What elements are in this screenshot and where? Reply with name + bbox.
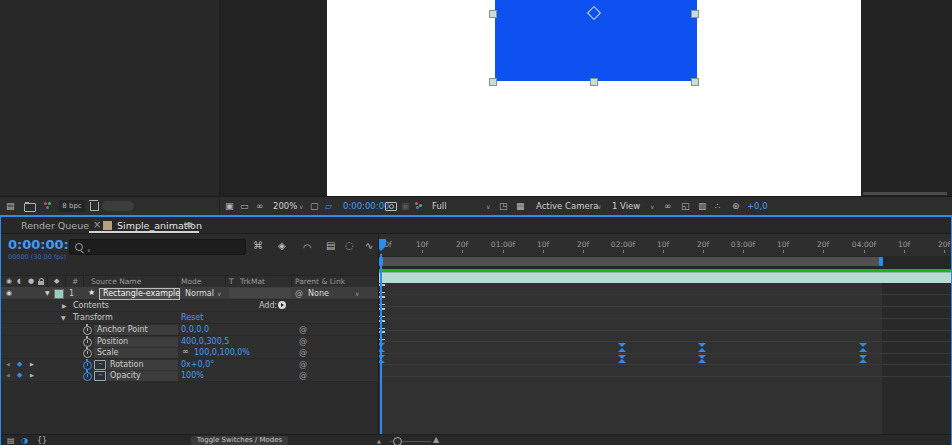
color-settings-icon[interactable]	[44, 202, 54, 210]
transparency-grid-icon[interactable]: ▦	[516, 202, 525, 211]
anchor-value[interactable]: 0,0,0,0	[181, 326, 209, 334]
primary-viewer-icon[interactable]: ▭	[240, 202, 249, 211]
layer-switches-pane-icon[interactable]: ▤	[7, 437, 15, 445]
tab-render-queue[interactable]: Render Queue	[21, 221, 89, 231]
opacity-label-box[interactable]: Opacity	[107, 371, 178, 381]
exposure-gear-icon[interactable]: ⊛	[732, 202, 740, 211]
rotation-add-keyframe-icon[interactable]: ◆	[17, 361, 22, 368]
resolution-value[interactable]: Full	[432, 202, 447, 211]
region-of-interest-icon[interactable]: ◳	[499, 202, 508, 211]
show-channel-icon[interactable]	[415, 202, 425, 211]
bit-depth-button[interactable]: 8 bpc	[59, 200, 85, 212]
pixel-aspect-icon[interactable]: ◱	[681, 202, 690, 211]
inout-pane-icon[interactable]: {}	[37, 437, 47, 445]
opacity-keyframe[interactable]	[698, 355, 706, 359]
col-parent-link[interactable]: Parent & Link	[295, 278, 345, 286]
layer-name-field[interactable]: Rectangle-example	[99, 288, 180, 300]
view-layout-chevron-icon[interactable]: ∨	[650, 204, 654, 210]
frame-blending-icon[interactable]: ▤	[326, 241, 335, 251]
stereo-3d-icon[interactable]: ∞	[256, 202, 264, 211]
rotation-stopwatch-icon[interactable]	[83, 361, 92, 370]
transfer-controls-pane-icon[interactable]: ◑	[21, 437, 28, 445]
always-preview-icon[interactable]: ▣	[225, 202, 234, 211]
contents-row[interactable]: ▶ Contents Add:	[1, 300, 378, 312]
transform-label[interactable]: Transform	[73, 314, 113, 322]
layer-label-chip[interactable]	[54, 289, 64, 299]
timeline-track-pane[interactable]: 0:00f 10f 20f 01:00f 10f 20f 02:00f 10f …	[379, 234, 951, 434]
col-number[interactable]: #	[72, 278, 78, 286]
exposure-offset-value[interactable]: +0,0	[747, 202, 768, 211]
transform-reset[interactable]: Reset	[181, 314, 203, 322]
opacity-prev-keyframe-icon[interactable]: ◀	[6, 373, 10, 378]
scale-row[interactable]: Scale ∞ 100,0,100,0% @	[1, 347, 378, 359]
blend-mode-chevron-icon[interactable]: ∨	[217, 291, 221, 297]
rotation-prev-keyframe-icon[interactable]: ◀	[6, 362, 10, 367]
snapshot-icon[interactable]	[385, 202, 397, 211]
contents-expander-icon[interactable]: ▶	[62, 303, 67, 309]
time-ruler[interactable]: 0:00f 10f 20f 01:00f 10f 20f 02:00f 10f …	[379, 234, 951, 256]
anchor-pickwhip-icon[interactable]: @	[299, 326, 307, 334]
parent-value[interactable]: None	[308, 290, 329, 298]
scale-value[interactable]: 100,0,100,0%	[194, 349, 250, 357]
position-stopwatch-icon[interactable]	[83, 338, 92, 347]
opacity-keyframe[interactable]	[618, 355, 626, 359]
shape-handle-bottom-center[interactable]	[590, 78, 598, 86]
mini-flowchart-icon[interactable]: ⌘	[253, 241, 263, 251]
new-folder-icon[interactable]	[24, 203, 36, 212]
opacity-add-keyframe-icon[interactable]: ◆	[17, 372, 22, 379]
layer-expander-icon[interactable]: ▼	[45, 290, 50, 296]
rotation-label-box[interactable]: Rotation	[107, 360, 178, 370]
anchor-label-box[interactable]: Anchor Point	[94, 325, 178, 335]
playhead-line[interactable]	[380, 254, 382, 434]
opacity-pickwhip-icon[interactable]: @	[299, 372, 307, 380]
zoom-out-mountain-icon[interactable]: ▲	[377, 439, 381, 444]
composition-viewer[interactable]	[220, 0, 952, 196]
mask-roi-icon[interactable]: ▱	[325, 202, 332, 211]
layer-visibility-icon[interactable]: ◉	[6, 290, 12, 297]
magnification-value[interactable]: 200%	[273, 202, 297, 211]
panel-menu-icon[interactable]: ≡	[185, 220, 193, 230]
opacity-graph-icon[interactable]: ~	[94, 371, 106, 381]
rotation-keyframe[interactable]	[859, 343, 867, 347]
grid-guides-icon[interactable]: ▢	[310, 202, 319, 211]
opacity-keyframe[interactable]	[859, 355, 867, 359]
viewer-hscrollbar-thumb[interactable]	[863, 192, 947, 195]
rotation-keyframe[interactable]	[698, 343, 706, 347]
col-trkmat[interactable]: TrkMat	[240, 278, 265, 286]
view-layout-value[interactable]: 1 View	[612, 202, 640, 211]
rotation-next-keyframe-icon[interactable]: ▶	[30, 362, 34, 367]
motion-blur-icon[interactable]: ◌	[345, 241, 354, 251]
opacity-stopwatch-icon[interactable]	[83, 372, 92, 381]
draft-3d-icon[interactable]: ◈	[278, 241, 286, 251]
transform-row[interactable]: ▼ Transform Reset	[1, 312, 378, 324]
rotation-value[interactable]: 0x+0,0°	[181, 361, 214, 369]
shape-handle-right[interactable]	[691, 10, 699, 18]
project-scrollbar-thumb[interactable]	[102, 201, 134, 211]
search-field[interactable]: ∨	[69, 239, 246, 255]
transform-expander-icon[interactable]: ▼	[61, 315, 66, 321]
scale-link-icon[interactable]: ∞	[182, 348, 189, 356]
opacity-row[interactable]: ◀ ◆ ▶ ~ Opacity 100% @	[1, 370, 378, 382]
add-button-icon[interactable]	[278, 301, 286, 309]
parent-chevron-icon[interactable]: ∨	[355, 291, 359, 297]
delete-icon[interactable]	[90, 202, 99, 211]
playhead-handle[interactable]	[379, 239, 386, 246]
rotation-pickwhip-icon[interactable]: @	[299, 361, 307, 369]
shape-handle-bottom-left[interactable]	[489, 78, 497, 86]
layer-duration-bar[interactable]	[379, 272, 951, 284]
magnification-chevron-icon[interactable]: ∨	[299, 204, 303, 210]
position-pickwhip-icon[interactable]: @	[299, 338, 307, 346]
rotation-keyframe[interactable]	[618, 343, 626, 347]
viewer-current-time[interactable]: 0:00:00:00	[343, 202, 389, 211]
anchor-point-row[interactable]: Anchor Point 0,0,0,0 @	[1, 324, 378, 336]
toggle-switches-button[interactable]: Toggle Switches / Modes	[191, 436, 288, 445]
resolution-chevron-icon[interactable]: ∨	[486, 204, 490, 210]
work-area-bar[interactable]	[381, 257, 881, 266]
col-mode[interactable]: Mode	[181, 278, 201, 286]
scale-stopwatch-icon[interactable]	[83, 349, 92, 358]
shape-handle-bottom-right[interactable]	[691, 78, 699, 86]
exposure-histogram-icon[interactable]: ▥	[698, 202, 707, 211]
position-value[interactable]: 400,0,300,5	[181, 338, 229, 346]
timeline-zoom-knob[interactable]	[393, 437, 402, 445]
trkmat-dropdown[interactable]	[229, 288, 291, 298]
